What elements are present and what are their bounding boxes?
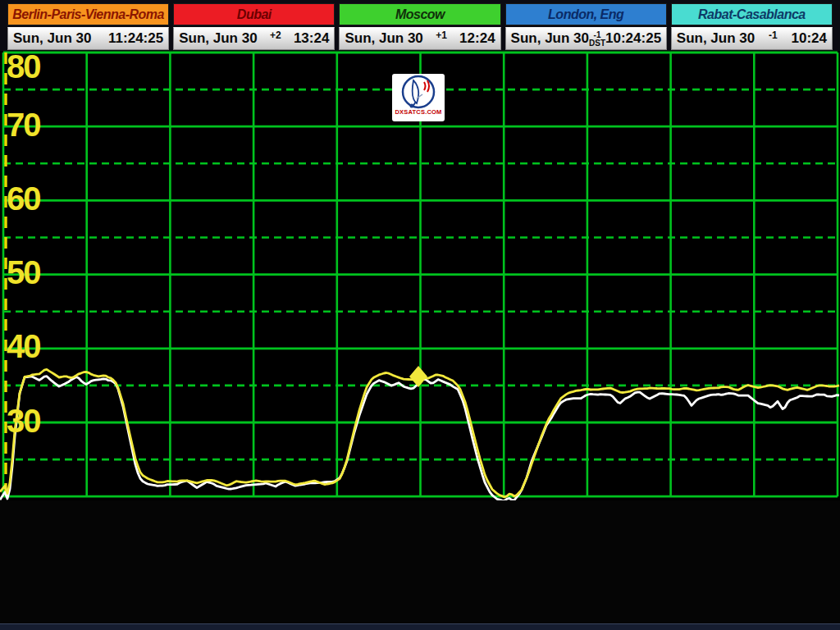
clock-widget: DubaiSun, Jun 30+213:24 (173, 3, 335, 52)
clock-city: Rabat-Casablanca (671, 3, 833, 25)
clock-widget: Rabat-CasablancaSun, Jun 30-110:24 (671, 3, 833, 52)
clock-city: Berlin-Paris-Vienna-Roma (7, 3, 169, 25)
clock-widget: MoscowSun, Jun 30+112:24 (339, 3, 500, 52)
spectrum-analyzer-screen: Berlin-Paris-Vienna-RomaSun, Jun 3011:24… (0, 0, 840, 630)
clock-time-row: Sun, Jun 30+112:24 (339, 27, 500, 50)
clock-time-row: Sun, Jun 30+213:24 (173, 27, 335, 50)
y-axis-tick-label: 50 (7, 254, 40, 290)
clock-utc-offset: -1 (769, 30, 778, 41)
clock-time: 13:24 (294, 30, 329, 47)
clock-widget: London, EngSun, Jun 30-1DST10:24:25 (505, 3, 667, 52)
bottom-edge-strip (0, 623, 840, 630)
clock-city: Moscow (339, 3, 500, 25)
clock-city: Dubai (173, 3, 335, 25)
y-axis-tick-label: 70 (7, 107, 40, 143)
clock-city: London, Eng (505, 3, 667, 25)
clock-dst-offset: -1DST (589, 31, 605, 48)
clock-time: 10:24 (792, 30, 827, 47)
clock-date: Sun, Jun 30 (511, 30, 589, 47)
clock-time: 12:24 (459, 30, 495, 47)
y-axis-tick-label: 40 (7, 328, 40, 364)
clock-time: 11:24:25 (108, 30, 163, 47)
measurement-panel: SP 1MHz 9 kHzW 12566.780 MHz. ✔ Pwr 52.9… (0, 500, 840, 630)
y-axis-tick-label: 60 (7, 180, 40, 217)
clock-date: Sun, Jun 30 (677, 30, 755, 47)
clock-date: Sun, Jun 30 (179, 30, 257, 47)
clock-utc-offset: +2 (270, 30, 281, 41)
clock-utc-offset: +1 (436, 30, 447, 41)
clock-date: Sun, Jun 30 (13, 30, 91, 47)
clock-time-row: Sun, Jun 30-1DST10:24:25 (505, 27, 667, 50)
satellite-dish-icon (397, 74, 440, 110)
clock-time: 10:24:25 (605, 30, 661, 47)
y-axis-tick-label: 30 (7, 403, 40, 439)
dxsatcs-logo: DXSATCS.COM (392, 74, 445, 121)
world-clock-bar: Berlin-Paris-Vienna-RomaSun, Jun 3011:24… (0, 0, 840, 52)
clock-time-row: Sun, Jun 30-110:24 (671, 27, 833, 50)
clock-date: Sun, Jun 30 (345, 30, 422, 47)
clock-time-row: Sun, Jun 3011:24:25 (7, 27, 169, 50)
clock-widget: Berlin-Paris-Vienna-RomaSun, Jun 3011:24… (7, 3, 169, 52)
y-axis-tick-label: 80 (7, 51, 40, 84)
logo-text: DXSATCS.COM (395, 108, 441, 116)
